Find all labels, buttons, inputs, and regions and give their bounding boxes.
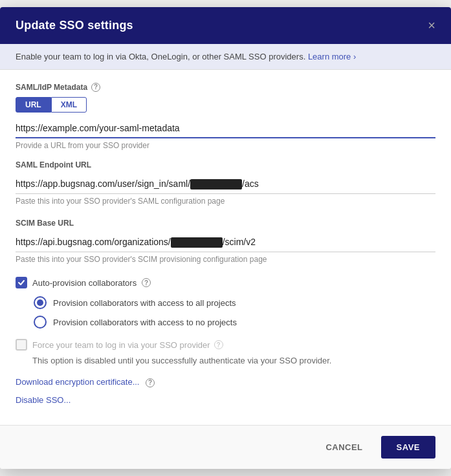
saml-idp-hint: Provide a URL from your SSO provider — [16, 141, 435, 150]
radio-group: Provision collaborators with access to a… — [34, 296, 435, 329]
saml-endpoint-hint: Paste this into your SSO provider's SAML… — [16, 197, 435, 206]
auto-provision-checkbox[interactable] — [16, 277, 27, 288]
tab-group: URL XML — [16, 97, 435, 113]
saml-endpoint-value: https://app.bugsnag.com/user/sign_in/sam… — [16, 175, 435, 194]
radio-row-no-projects: Provision collaborators with access to n… — [34, 316, 435, 329]
learn-more-link[interactable]: Learn more › — [308, 52, 356, 61]
radio-row-all-projects: Provision collaborators with access to a… — [34, 296, 435, 309]
close-button[interactable]: × — [428, 19, 435, 32]
radio-no-projects[interactable] — [34, 316, 47, 329]
saml-idp-section-label: SAML/IdP Metadata ? — [16, 83, 435, 92]
auto-provision-label: Auto-provision collaborators — [32, 278, 137, 288]
force-sso-hint: This option is disabled until you succes… — [32, 356, 435, 365]
force-sso-help-icon: ? — [214, 340, 223, 349]
radio-all-projects-label: Provision collaborators with access to a… — [53, 298, 236, 308]
modal-header: Update SSO settings × — [0, 7, 451, 44]
cancel-button[interactable]: CANCEL — [315, 436, 373, 459]
scim-base-redacted — [171, 237, 223, 248]
download-cert-help-icon[interactable]: ? — [146, 378, 155, 387]
scim-base-label: SCIM Base URL — [16, 219, 435, 228]
disable-sso-row: Disable SSO... — [16, 394, 435, 406]
force-sso-checkbox — [16, 339, 27, 351]
radio-all-projects[interactable] — [34, 296, 47, 309]
radio-all-projects-inner — [37, 299, 43, 306]
scim-base-value: https://api.bugsnag.com/organizations/ /… — [16, 233, 435, 252]
modal-footer: CANCEL SAVE — [0, 425, 451, 469]
download-cert-row: Download encryption certificate... ? — [16, 376, 435, 387]
modal-title: Update SSO settings — [16, 19, 133, 32]
tab-url[interactable]: URL — [16, 97, 51, 113]
force-sso-row: Force your team to log in via your SSO p… — [16, 339, 435, 351]
modal-subheader: Enable your team to log in via Okta, One… — [0, 44, 451, 70]
saml-endpoint-label: SAML Endpoint URL — [16, 160, 435, 169]
disable-sso-link[interactable]: Disable SSO... — [16, 395, 71, 405]
saml-metadata-input[interactable] — [16, 119, 435, 138]
subheader-text: Enable your team to log in via Okta, One… — [16, 52, 305, 61]
modal-container: Update SSO settings × Enable your team t… — [0, 7, 451, 470]
modal-body: SAML/IdP Metadata ? URL XML Provide a UR… — [0, 70, 451, 426]
saml-endpoint-field: https://app.bugsnag.com/user/sign_in/sam… — [16, 175, 435, 194]
scim-base-hint: Paste this into your SSO provider's SCIM… — [16, 255, 435, 264]
checkmark-icon — [17, 279, 25, 287]
tab-xml[interactable]: XML — [51, 97, 87, 113]
radio-no-projects-label: Provision collaborators with access to n… — [53, 318, 237, 327]
saml-idp-help-icon[interactable]: ? — [91, 83, 100, 92]
download-cert-link[interactable]: Download encryption certificate... — [16, 377, 142, 387]
saml-endpoint-redacted — [190, 179, 242, 189]
auto-provision-row: Auto-provision collaborators ? — [16, 277, 435, 288]
force-sso-label: Force your team to log in via your SSO p… — [32, 340, 223, 350]
save-button[interactable]: SAVE — [381, 436, 435, 459]
auto-provision-help-icon[interactable]: ? — [142, 278, 151, 287]
scim-base-field: https://api.bugsnag.com/organizations/ /… — [16, 233, 435, 252]
